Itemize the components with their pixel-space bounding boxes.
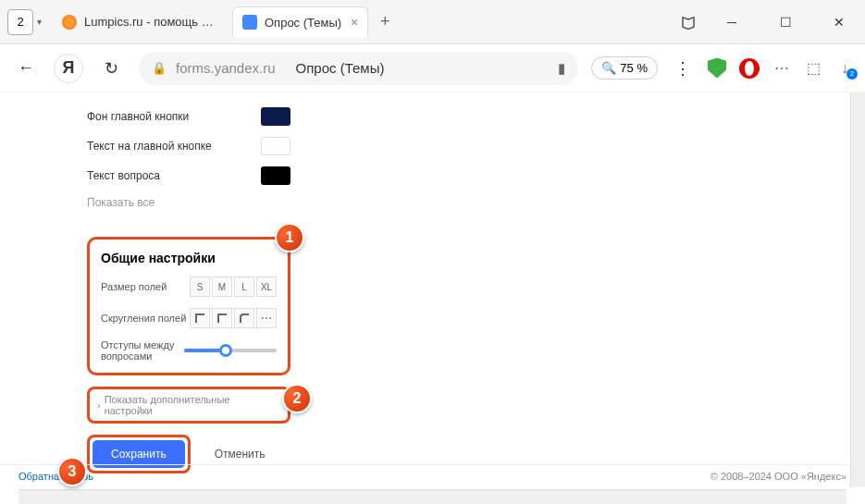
label: Показать дополнительные настройки (105, 394, 280, 416)
scrollbar-vertical[interactable] (850, 92, 865, 487)
tab-count[interactable]: 2 (7, 9, 33, 35)
size-options: S M L XL (190, 277, 277, 297)
copyright: © 2008–2024 ООО «Яндекс» (711, 471, 846, 482)
extension-icon[interactable]: ⬚ (804, 59, 822, 78)
label: Отступы между вопросами (101, 339, 184, 362)
badge: 2 (846, 68, 858, 80)
menu-button[interactable]: ⋮ (671, 58, 695, 79)
download-icon[interactable]: ↓2 (835, 59, 854, 78)
corner-large[interactable] (234, 308, 254, 328)
tab-label: Lumpics.ru - помощь с ко (84, 15, 219, 29)
page-title: Опрос (Темы) (296, 60, 385, 76)
zoom-value: 75 % (620, 61, 648, 75)
sidebar: Фон главной кнопки Текст на главной кноп… (87, 102, 318, 473)
show-all-link[interactable]: Показать все (87, 191, 318, 215)
close-icon[interactable]: × (351, 15, 358, 30)
label: Скругления полей (101, 313, 186, 324)
url-domain: forms.yandex.ru (176, 60, 276, 76)
reload-button[interactable]: ↻ (96, 54, 126, 83)
maximize-button[interactable]: ☐ (767, 8, 804, 36)
zoom-indicator[interactable]: 🔍 75 % (591, 56, 658, 80)
color-row-main-text[interactable]: Текст на главной кнопке (87, 131, 290, 161)
settings-title: Общие настройки (101, 251, 277, 265)
tab-label: Опрос (Темы) (265, 16, 341, 30)
corner-none[interactable] (190, 308, 210, 328)
color-swatch[interactable] (261, 166, 290, 185)
callout-3: 3 (57, 457, 87, 486)
tab-opros[interactable]: Опрос (Темы) × (232, 6, 368, 38)
shield-icon[interactable] (708, 58, 726, 79)
label: Текст вопроса (87, 169, 160, 182)
size-m[interactable]: M (212, 277, 232, 297)
corner-small[interactable] (212, 308, 232, 328)
minimize-button[interactable]: ─ (713, 8, 750, 36)
scrollbar-horizontal[interactable] (19, 489, 846, 504)
show-more-settings[interactable]: › Показать дополнительные настройки 2 (87, 387, 290, 424)
slider-thumb[interactable] (219, 344, 232, 357)
general-settings-block: 1 Общие настройки Размер полей S M L XL … (87, 237, 290, 375)
bookmark-icon[interactable]: ▮ (558, 60, 565, 77)
forms-icon (242, 15, 257, 30)
url-field[interactable]: 🔒 forms.yandex.ru Опрос (Темы) ▮ (139, 52, 578, 85)
back-button[interactable]: ← (11, 54, 41, 83)
label: Размер полей (101, 281, 167, 292)
lumpics-icon (62, 15, 77, 30)
addressbar: ← Я ↻ 🔒 forms.yandex.ru Опрос (Темы) ▮ 🔍… (0, 44, 865, 92)
search-icon: 🔍 (601, 61, 616, 75)
titlebar: 2 ▾ Lumpics.ru - помощь с ко Опрос (Темы… (0, 0, 865, 44)
callout-2: 2 (282, 384, 312, 413)
more-icon[interactable]: ⋯ (772, 59, 791, 78)
corner-row: Скругления полей ⋯ (101, 308, 277, 328)
color-swatch[interactable] (261, 107, 290, 126)
library-icon[interactable] (680, 14, 697, 31)
label: Фон главной кнопки (87, 110, 189, 123)
footer: Обратная связь © 2008–2024 ООО «Яндекс» (0, 464, 865, 487)
field-size-row: Размер полей S M L XL (101, 277, 277, 297)
color-row-main-bg[interactable]: Фон главной кнопки (87, 102, 290, 131)
slider-fill (184, 349, 221, 352)
color-swatch[interactable] (261, 137, 290, 155)
spacing-row: Отступы между вопросами (101, 339, 277, 362)
corner-more[interactable]: ⋯ (256, 308, 277, 328)
size-l[interactable]: L (234, 277, 254, 297)
chevron-right-icon: › (97, 400, 101, 411)
opera-icon[interactable] (739, 58, 760, 79)
color-row-question[interactable]: Текст вопроса (87, 161, 290, 191)
corner-options: ⋯ (190, 308, 277, 328)
yandex-logo[interactable]: Я (54, 54, 83, 83)
size-xl[interactable]: XL (256, 277, 277, 297)
tab-lumpics[interactable]: Lumpics.ru - помощь с ко (53, 6, 229, 38)
close-button[interactable]: ✕ (821, 8, 858, 36)
spacing-slider[interactable] (184, 349, 277, 352)
content: Фон главной кнопки Текст на главной кноп… (0, 92, 865, 481)
size-s[interactable]: S (190, 277, 210, 297)
chevron-down-icon[interactable]: ▾ (37, 17, 42, 27)
new-tab-button[interactable]: + (372, 9, 398, 35)
lock-icon: 🔒 (152, 61, 167, 75)
callout-1: 1 (275, 223, 304, 252)
label: Текст на главной кнопке (87, 140, 212, 153)
